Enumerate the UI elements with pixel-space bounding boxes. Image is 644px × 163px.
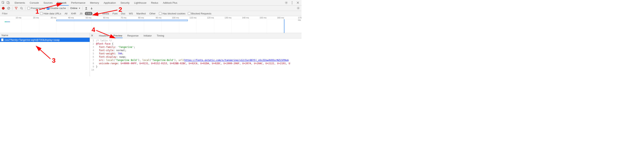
tab-performance[interactable]: Performance [69,0,88,5]
filter-type-ws[interactable]: WS [128,12,134,15]
code-line: 4 font-style: normal; [90,49,302,52]
svg-point-6 [292,3,292,4]
tab-memory[interactable]: Memory [88,0,102,5]
disable-cache-label: Disable cache [50,7,66,10]
code-line: 10 [90,68,302,71]
request-name: css2?family=Tangerine:wght@700&display=s… [4,38,60,41]
tab-security[interactable]: Security [118,0,132,5]
tab-lighthouse[interactable]: Lighthouse [132,0,149,5]
svg-line-8 [8,7,10,9]
svg-point-13 [298,7,298,8]
svg-rect-2 [8,2,10,4]
filter-type-xhr[interactable]: XHR [70,12,77,15]
record-button[interactable] [2,6,5,10]
device-toggle-icon[interactable] [6,1,10,4]
hide-data-urls-label: Hide data URLs [44,12,61,15]
code-line: 7 src: local('Tangerine Bold'), local('T… [90,58,302,62]
has-blocked-cookies-label: Has blocked cookies [162,12,185,15]
kebab-menu-icon[interactable] [290,1,294,4]
request-list: Name css2?family=Tangerine:wght@700&disp… [0,33,90,76]
clear-icon[interactable] [7,6,10,10]
filter-funnel-icon[interactable] [14,6,18,10]
close-panel-icon[interactable] [91,34,93,37]
svg-point-5 [292,2,292,3]
timeline-tick: 80 ms [138,16,144,19]
filter-type-manifest[interactable]: Manifest [135,12,147,15]
name-column-header[interactable]: Name [0,33,90,38]
tab-redux[interactable]: Redux [149,0,161,5]
filter-type-doc[interactable]: Doc [120,12,126,15]
svg-point-9 [20,7,22,9]
code-line: 1/* latin */ [90,39,302,42]
preserve-log-label: Preserve log [31,7,45,10]
upload-har-icon[interactable] [84,6,88,10]
filter-type-img[interactable]: Img [94,12,100,15]
network-settings-gear-icon[interactable] [296,6,300,10]
timeline-tick: 90 ms [156,16,162,19]
response-tab-preview[interactable]: Preview [113,33,122,38]
timeline-bar [4,21,6,22]
disable-cache-checkbox[interactable]: Disable cache [47,7,66,10]
inspect-element-icon[interactable] [2,1,5,4]
timeline-tick: 150 ms [260,16,266,19]
gear-icon[interactable] [284,1,288,4]
svg-line-10 [22,9,23,9]
request-row[interactable]: css2?family=Tangerine:wght@700&display=s… [0,38,90,42]
filter-type-other[interactable]: Other [148,12,157,15]
tab-sources[interactable]: Sources [41,0,55,5]
blocked-requests-label: Blocked Requests [191,12,212,15]
timeline-overview[interactable]: 10 ms20 ms30 ms40 ms50 ms60 ms70 ms80 ms… [0,16,302,33]
timeline-tick: 130 ms [224,16,232,19]
timeline-tick: 100 ms [172,16,179,19]
timeline-tick: 70 ms [121,16,126,19]
tab-application[interactable]: Application [102,0,118,5]
response-tab-timing[interactable]: Timing [156,33,165,38]
throttling-select[interactable]: Online ▾ [70,6,80,10]
throttle-value: Online [70,7,78,10]
code-line: 3 font-family: 'Tangerine'; [90,45,302,49]
svg-point-4 [292,1,292,2]
file-icon [1,38,4,41]
preserve-log-checkbox[interactable]: Preserve log [27,7,45,10]
filter-type-font[interactable]: Font [112,12,119,15]
chevron-down-icon: ▾ [79,7,80,10]
code-preview[interactable]: 1/* latin */2@font-face {3 font-family: … [90,38,302,76]
blocked-requests-checkbox[interactable]: Blocked Requests [188,12,212,15]
code-line: 6 font-display: swap; [90,55,302,58]
filter-type-media[interactable]: Media [101,12,110,15]
search-icon[interactable] [20,6,23,10]
hide-data-urls-checkbox[interactable]: Hide data URLs [40,12,61,15]
devtools-tab-bar: ElementsConsoleSourcesNetworkPerformance… [0,0,302,5]
tab-adblock-plus[interactable]: Adblock Plus [160,0,180,5]
timeline-selection[interactable] [56,20,188,21]
timeline-bar [6,21,10,22]
has-blocked-cookies-checkbox[interactable]: Has blocked cookies [159,12,185,15]
timeline-tick: 110 ms [190,16,196,19]
response-panel: HeadersPreviewResponseInitiatorTiming 1/… [90,33,302,76]
timeline-tick: 40 ms [68,16,74,19]
timeline-tick: 140 ms [242,16,249,19]
filter-input[interactable] [1,11,38,15]
filter-type-js[interactable]: JS [78,12,84,15]
response-tab-response[interactable]: Response [127,33,139,38]
tab-elements[interactable]: Elements [12,0,27,5]
filter-type-css[interactable]: CSS [85,12,92,15]
timeline-tick: 60 ms [103,16,109,19]
svg-point-3 [286,2,287,3]
timeline-tick: 160 ms [277,16,284,19]
timeline-tick: 30 ms [50,16,56,19]
timeline-tick: 120 ms [207,16,214,19]
timeline-marker [284,19,284,33]
code-line: 9} [90,65,302,68]
code-line: 8 unicode-range: U+0000-00FF, U+0131, U+… [90,62,302,65]
tab-console[interactable]: Console [27,0,41,5]
code-line: 2@font-face { [90,42,302,45]
response-tab-headers[interactable]: Headers [98,33,109,38]
close-icon[interactable] [296,1,300,4]
response-tab-initiator[interactable]: Initiator [143,33,152,38]
filter-type-all[interactable]: All [64,12,68,15]
tab-network[interactable]: Network [55,0,69,5]
code-line: 5 font-weight: 700; [90,52,302,55]
download-har-icon[interactable] [90,6,93,10]
network-filter-bar: Hide data URLs AllXHRJSCSSImgMediaFontDo… [0,11,302,16]
